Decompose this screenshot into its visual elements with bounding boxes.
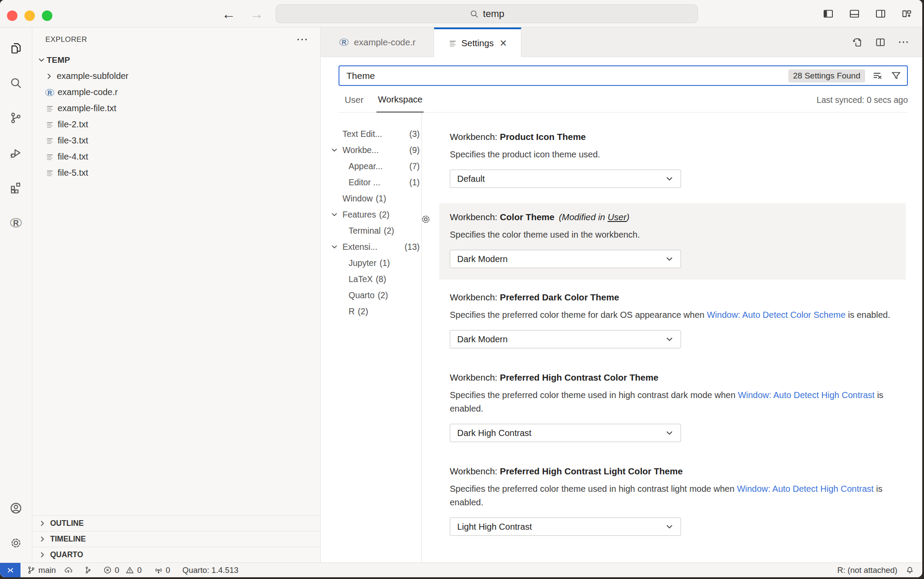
setting-description: Specifies the color theme used in the wo… bbox=[450, 228, 895, 242]
toc-item-editor[interactable]: Editor ...(1) bbox=[321, 174, 421, 191]
setting-title: Workbench: Preferred Dark Color Theme bbox=[450, 292, 897, 303]
toggle-panel-icon[interactable] bbox=[849, 8, 860, 20]
toggle-secondary-sidebar-icon[interactable] bbox=[875, 8, 886, 20]
modified-in-user-link[interactable]: User bbox=[608, 212, 626, 222]
auto-detect-color-scheme-link[interactable]: Window: Auto Detect Color Scheme bbox=[707, 310, 845, 320]
product-icon-theme-select[interactable]: Default bbox=[450, 170, 681, 188]
color-theme-select[interactable]: Dark Modern bbox=[450, 250, 681, 268]
tree-item-folder[interactable]: example-subfolder bbox=[32, 68, 320, 84]
clear-settings-search-icon[interactable] bbox=[872, 70, 883, 82]
toc-item-window[interactable]: Window(1) bbox=[321, 191, 421, 207]
sidebar-item-source-control[interactable] bbox=[0, 100, 32, 135]
settings-search-input[interactable]: Theme 28 Settings Found bbox=[339, 65, 908, 86]
preferred-dark-theme-select[interactable]: Dark Modern bbox=[450, 330, 681, 348]
tree-item-file[interactable]: example-file.txt bbox=[32, 100, 320, 116]
preferred-hc-dark-theme-select[interactable]: Dark High Contrast bbox=[450, 424, 681, 442]
chevron-right-icon bbox=[38, 519, 47, 528]
sidebar-item-explorer[interactable] bbox=[0, 31, 32, 65]
tab-example-code-r[interactable]: example-code.r bbox=[321, 27, 434, 57]
setting-description: Specifies the product icon theme used. bbox=[450, 148, 895, 161]
toc-item-quarto[interactable]: Quarto(2) bbox=[321, 287, 421, 303]
filter-icon[interactable] bbox=[890, 70, 902, 82]
toc-item-text-editor[interactable]: Text Edit...(3) bbox=[321, 126, 421, 142]
run-debug-icon bbox=[9, 146, 23, 160]
ports-indicator[interactable]: 0 bbox=[154, 565, 170, 575]
setting-title: Workbench: Product Icon Theme bbox=[450, 132, 897, 142]
tree-root-temp[interactable]: TEMP bbox=[32, 52, 320, 68]
manage-settings-button[interactable] bbox=[0, 525, 32, 560]
settings-list: Workbench: Product Icon Theme Specifies … bbox=[422, 112, 922, 562]
file-label: file-3.txt bbox=[58, 136, 88, 146]
quarto-version[interactable]: Quarto: 1.4.513 bbox=[182, 565, 239, 575]
command-center-text: temp bbox=[483, 8, 504, 20]
toc-item-appearance[interactable]: Appear...(7) bbox=[321, 158, 421, 174]
toc-item-workbench[interactable]: Workbe...(9) bbox=[321, 142, 421, 158]
auto-detect-high-contrast-link[interactable]: Window: Auto Detect High Contrast bbox=[737, 484, 873, 494]
problems-indicator[interactable]: 0 0 bbox=[103, 565, 142, 575]
settings-editor: Theme 28 Settings Found User Workspace L… bbox=[321, 57, 922, 562]
account-button[interactable] bbox=[0, 490, 32, 525]
more-actions-icon[interactable]: ⋯ bbox=[296, 37, 309, 43]
more-actions-icon[interactable]: ⋯ bbox=[898, 40, 910, 44]
source-control-graph-button[interactable] bbox=[83, 565, 92, 575]
toc-item-latex[interactable]: LaTeX(8) bbox=[321, 271, 421, 287]
preferred-hc-light-theme-select[interactable]: Light High Contrast bbox=[450, 518, 681, 536]
bell-icon[interactable] bbox=[905, 565, 914, 575]
tree-item-file[interactable]: file-2.txt bbox=[32, 116, 320, 133]
publish-changes-button[interactable] bbox=[64, 565, 73, 575]
chevron-down-icon bbox=[665, 175, 674, 183]
tab-workspace[interactable]: Workspace bbox=[376, 94, 424, 112]
traffic-lights bbox=[7, 10, 52, 21]
sidebar-item-r-environment[interactable] bbox=[0, 205, 32, 240]
forward-button[interactable]: → bbox=[250, 7, 264, 21]
status-bar: main 0 0 0 Quarto: 1.4.513 R: (not attac… bbox=[0, 562, 922, 577]
sidebar-section-timeline[interactable]: TIMELINE bbox=[32, 531, 320, 547]
settings-search-text: Theme bbox=[346, 71, 375, 81]
tree-item-file[interactable]: file-5.txt bbox=[32, 165, 320, 181]
chevron-right-icon bbox=[38, 550, 47, 560]
open-settings-json-icon[interactable] bbox=[852, 37, 863, 48]
sidebar-item-extensions[interactable] bbox=[0, 170, 32, 205]
chevron-down-icon bbox=[665, 335, 674, 344]
remote-icon bbox=[6, 566, 15, 575]
settings-count-badge: 28 Settings Found bbox=[788, 69, 865, 82]
customize-layout-icon[interactable] bbox=[901, 8, 913, 20]
tree-item-file[interactable]: file-3.txt bbox=[32, 133, 320, 149]
r-session-status[interactable]: R: (not attached) bbox=[837, 565, 897, 575]
ports-count: 0 bbox=[166, 565, 170, 575]
sidebar-item-run-debug[interactable] bbox=[0, 135, 32, 170]
r-file-icon bbox=[339, 37, 349, 48]
setting-description: Specifies the preferred color theme used… bbox=[450, 482, 895, 509]
tree-item-file[interactable]: file-4.txt bbox=[32, 149, 320, 165]
zoom-window-button[interactable] bbox=[42, 10, 52, 21]
r-logo-icon bbox=[9, 216, 23, 229]
toc-item-r[interactable]: R(2) bbox=[321, 303, 421, 320]
gear-icon[interactable] bbox=[420, 214, 431, 225]
tab-settings[interactable]: Settings × bbox=[434, 27, 521, 57]
cloud-upload-icon bbox=[64, 565, 73, 575]
branch-indicator[interactable]: main bbox=[27, 565, 56, 575]
sidebar-section-outline[interactable]: OUTLINE bbox=[32, 515, 320, 531]
toc-item-terminal[interactable]: Terminal(2) bbox=[321, 223, 421, 239]
close-window-button[interactable] bbox=[7, 10, 17, 21]
split-editor-icon[interactable] bbox=[875, 37, 886, 48]
toggle-primary-sidebar-icon[interactable] bbox=[822, 8, 834, 20]
explorer-sidebar: EXPLORER ⋯ TEMP example-subfolder exampl… bbox=[32, 27, 321, 562]
chevron-down-icon bbox=[665, 523, 674, 531]
warning-icon bbox=[125, 565, 134, 575]
sidebar-section-quarto[interactable]: QUARTO bbox=[32, 547, 320, 562]
back-button[interactable]: ← bbox=[222, 7, 236, 21]
tab-user[interactable]: User bbox=[343, 95, 365, 112]
minimize-window-button[interactable] bbox=[24, 10, 35, 21]
remote-indicator[interactable] bbox=[0, 563, 21, 577]
file-label: example-subfolder bbox=[57, 71, 129, 81]
sidebar-header: EXPLORER ⋯ bbox=[32, 27, 320, 52]
toc-item-extensions[interactable]: Extensi...(13) bbox=[321, 239, 421, 255]
tree-item-file[interactable]: example-code.r bbox=[32, 84, 320, 100]
sidebar-item-search[interactable] bbox=[0, 65, 32, 100]
auto-detect-high-contrast-link[interactable]: Window: Auto Detect High Contrast bbox=[738, 390, 874, 400]
command-center-search[interactable]: temp bbox=[276, 4, 698, 23]
close-icon[interactable]: × bbox=[500, 37, 507, 49]
toc-item-features[interactable]: Features(2) bbox=[321, 207, 421, 223]
toc-item-jupyter[interactable]: Jupyter(1) bbox=[321, 255, 421, 271]
